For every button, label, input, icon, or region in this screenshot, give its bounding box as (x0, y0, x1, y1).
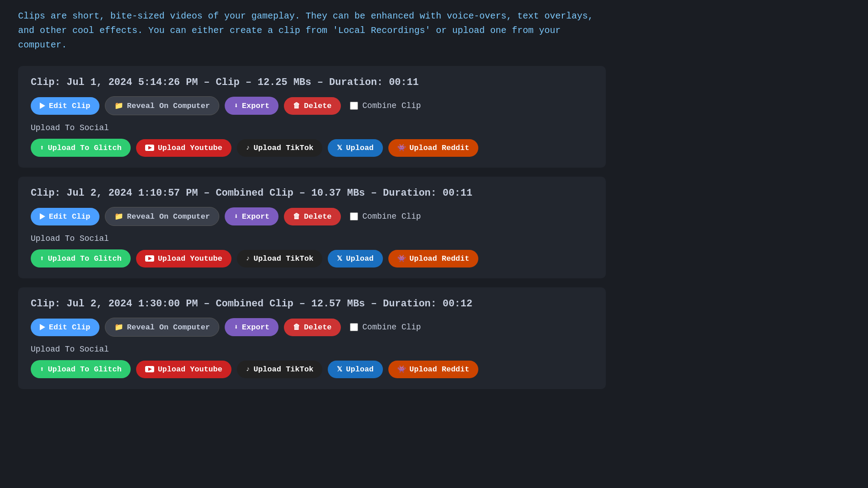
upload-tiktok-button-3[interactable]: ♪ Upload TikTok (237, 361, 323, 378)
download-icon: ⬇ (234, 101, 238, 110)
upload-glitch-button-3[interactable]: ⬆ Upload To Glitch (31, 360, 131, 378)
upload-youtube-button-2[interactable]: Upload Youtube (136, 250, 231, 267)
combine-clip-label-3[interactable]: Combine Clip (350, 323, 421, 332)
clip-header-3: Clip: Jul 2, 2024 1:30:00 PM – Combined … (31, 298, 593, 310)
upload-section-label-3: Upload To Social (31, 345, 593, 354)
delete-button-1[interactable]: 🗑 Delete (284, 97, 340, 115)
clip-header-1: Clip: Jul 1, 2024 5:14:26 PM – Clip – 12… (31, 77, 593, 88)
upload-tiktok-button-2[interactable]: ♪ Upload TikTok (237, 250, 323, 267)
export-button-1[interactable]: ⬇ Export (225, 97, 278, 115)
folder-icon: 📁 (114, 323, 123, 332)
combine-clip-checkbox-2[interactable] (350, 212, 358, 221)
reveal-computer-button-3[interactable]: 📁 Reveal On Computer (105, 318, 220, 337)
tiktok-icon: ♪ (246, 144, 250, 152)
play-icon (40, 213, 45, 220)
clip-card-2: Clip: Jul 2, 2024 1:10:57 PM – Combined … (18, 177, 606, 278)
play-icon (40, 324, 45, 330)
upload-tiktok-button-1[interactable]: ♪ Upload TikTok (237, 139, 323, 157)
export-button-2[interactable]: ⬇ Export (225, 207, 278, 225)
folder-icon: 📁 (114, 101, 123, 110)
upload-button-row-2: ⬆ Upload To Glitch Upload Youtube ♪ Uplo… (31, 249, 593, 267)
edit-clip-button-1[interactable]: Edit Clip (31, 97, 99, 115)
combine-clip-checkbox-1[interactable] (350, 102, 358, 110)
delete-button-2[interactable]: 🗑 Delete (284, 208, 340, 225)
action-button-row-2: Edit Clip 📁 Reveal On Computer ⬇ Export … (31, 207, 593, 226)
delete-button-3[interactable]: 🗑 Delete (284, 319, 340, 336)
glitch-upload-icon: ⬆ (40, 365, 44, 374)
youtube-icon (145, 255, 154, 262)
reveal-computer-button-1[interactable]: 📁 Reveal On Computer (105, 96, 220, 115)
upload-youtube-button-3[interactable]: Upload Youtube (136, 361, 231, 378)
trash-icon: 🗑 (293, 323, 300, 332)
clip-card-1: Clip: Jul 1, 2024 5:14:26 PM – Clip – 12… (18, 66, 606, 168)
x-icon: 𝕏 (337, 254, 342, 263)
upload-x-button-1[interactable]: 𝕏 Upload (328, 139, 382, 157)
combine-clip-label-2[interactable]: Combine Clip (350, 212, 421, 221)
youtube-icon (145, 145, 154, 151)
edit-clip-button-3[interactable]: Edit Clip (31, 319, 99, 336)
upload-youtube-button-1[interactable]: Upload Youtube (136, 139, 231, 157)
edit-clip-button-2[interactable]: Edit Clip (31, 208, 99, 225)
upload-button-row-1: ⬆ Upload To Glitch Upload Youtube ♪ Uplo… (31, 139, 593, 157)
tiktok-icon: ♪ (246, 255, 250, 263)
reddit-icon: 👾 (397, 254, 406, 263)
tiktok-icon: ♪ (246, 366, 250, 373)
upload-glitch-button-1[interactable]: ⬆ Upload To Glitch (31, 139, 131, 157)
clip-card-3: Clip: Jul 2, 2024 1:30:00 PM – Combined … (18, 287, 606, 389)
upload-reddit-button-2[interactable]: 👾 Upload Reddit (388, 250, 479, 267)
trash-icon: 🗑 (293, 102, 300, 110)
play-icon (40, 103, 45, 109)
upload-section-label-2: Upload To Social (31, 234, 593, 243)
action-button-row-1: Edit Clip 📁 Reveal On Computer ⬇ Export … (31, 96, 593, 115)
glitch-upload-icon: ⬆ (40, 143, 44, 152)
combine-clip-text-2: Combine Clip (363, 212, 421, 221)
download-icon: ⬇ (234, 212, 238, 221)
glitch-upload-icon: ⬆ (40, 254, 44, 263)
upload-glitch-button-2[interactable]: ⬆ Upload To Glitch (31, 249, 131, 267)
upload-reddit-button-1[interactable]: 👾 Upload Reddit (388, 139, 479, 157)
x-icon: 𝕏 (337, 365, 342, 374)
upload-x-button-3[interactable]: 𝕏 Upload (328, 361, 382, 378)
combine-clip-checkbox-3[interactable] (350, 323, 358, 331)
export-button-3[interactable]: ⬇ Export (225, 318, 278, 336)
clip-header-2: Clip: Jul 2, 2024 1:10:57 PM – Combined … (31, 188, 593, 199)
upload-x-button-2[interactable]: 𝕏 Upload (328, 250, 382, 267)
intro-description: Clips are short, bite-sized videos of yo… (18, 9, 606, 52)
upload-section-label-1: Upload To Social (31, 123, 593, 132)
reveal-computer-button-2[interactable]: 📁 Reveal On Computer (105, 207, 220, 226)
combine-clip-label-1[interactable]: Combine Clip (350, 101, 421, 110)
combine-clip-text-1: Combine Clip (363, 101, 421, 110)
trash-icon: 🗑 (293, 212, 300, 221)
youtube-icon (145, 366, 154, 372)
upload-reddit-button-3[interactable]: 👾 Upload Reddit (388, 361, 479, 378)
action-button-row-3: Edit Clip 📁 Reveal On Computer ⬇ Export … (31, 318, 593, 337)
x-icon: 𝕏 (337, 144, 342, 152)
folder-icon: 📁 (114, 212, 123, 221)
upload-button-row-3: ⬆ Upload To Glitch Upload Youtube ♪ Uplo… (31, 360, 593, 378)
combine-clip-text-3: Combine Clip (363, 323, 421, 332)
download-icon: ⬇ (234, 323, 238, 332)
reddit-icon: 👾 (397, 365, 406, 374)
reddit-icon: 👾 (397, 144, 406, 152)
